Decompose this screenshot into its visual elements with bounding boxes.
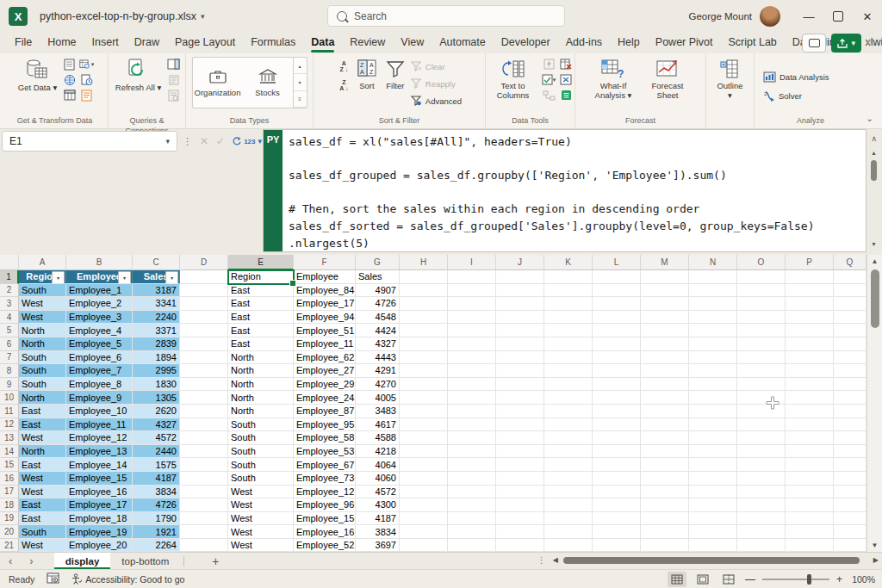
cell-P8[interactable] bbox=[786, 364, 834, 378]
column-header-M[interactable]: M bbox=[641, 255, 689, 270]
cell-J16[interactable] bbox=[496, 472, 544, 486]
cell-N8[interactable] bbox=[689, 364, 737, 378]
cell-E3[interactable]: East bbox=[228, 297, 294, 311]
cell-M20[interactable] bbox=[641, 525, 689, 539]
cell-H13[interactable] bbox=[400, 431, 448, 445]
zoom-slider-thumb[interactable] bbox=[807, 574, 811, 585]
cell-M12[interactable] bbox=[641, 418, 689, 432]
cell-F9[interactable]: Employee_29 bbox=[294, 378, 356, 392]
cell-N7[interactable] bbox=[689, 351, 737, 365]
cell-E20[interactable]: West bbox=[228, 525, 294, 539]
cell-J2[interactable] bbox=[496, 284, 544, 298]
scroll-thumb[interactable] bbox=[563, 557, 860, 564]
row-header-13[interactable]: 13 bbox=[0, 431, 19, 445]
cell-N4[interactable] bbox=[689, 311, 737, 325]
sheet-tab-display[interactable]: display bbox=[54, 553, 111, 570]
zoom-in-button[interactable]: + bbox=[836, 573, 842, 585]
cell-I18[interactable] bbox=[448, 498, 496, 512]
row-header-20[interactable]: 20 bbox=[0, 525, 19, 539]
flash-fill-icon[interactable] bbox=[542, 58, 556, 71]
cell-B15[interactable]: Employee_14 bbox=[66, 458, 133, 472]
column-header-C[interactable]: C bbox=[133, 255, 180, 270]
recent-sources-icon[interactable] bbox=[79, 73, 94, 86]
cell-D4[interactable] bbox=[180, 311, 228, 325]
cell-H18[interactable] bbox=[400, 498, 448, 512]
cell-Q3[interactable] bbox=[834, 297, 866, 311]
from-picture-icon[interactable]: ▾ bbox=[79, 58, 94, 71]
cell-O2[interactable] bbox=[737, 284, 786, 298]
cell-O7[interactable] bbox=[737, 351, 786, 365]
cell-Q17[interactable] bbox=[834, 486, 866, 499]
tab-help[interactable]: Help bbox=[610, 34, 648, 53]
cell-Q18[interactable] bbox=[834, 498, 866, 512]
cell-Q6[interactable] bbox=[834, 337, 866, 351]
cell-O14[interactable] bbox=[737, 445, 786, 459]
cell-D2[interactable] bbox=[180, 284, 228, 298]
cell-H4[interactable] bbox=[400, 311, 448, 325]
cell-L16[interactable] bbox=[593, 472, 641, 486]
cell-I6[interactable] bbox=[448, 337, 496, 351]
cell-C7[interactable]: 1894 bbox=[133, 351, 180, 365]
row-header-15[interactable]: 15 bbox=[0, 458, 19, 472]
tab-script-lab[interactable]: Script Lab bbox=[721, 34, 785, 53]
share-button[interactable]: ▾ bbox=[831, 34, 861, 53]
column-header-N[interactable]: N bbox=[689, 255, 737, 270]
tab-power-pivot[interactable]: Power Pivot bbox=[648, 34, 721, 53]
clear-filter-button[interactable]: Clear bbox=[411, 59, 462, 73]
cell-L1[interactable] bbox=[593, 270, 641, 284]
cell-H19[interactable] bbox=[400, 512, 448, 526]
column-header-K[interactable]: K bbox=[544, 255, 593, 270]
cell-O5[interactable] bbox=[737, 324, 786, 337]
cell-H17[interactable] bbox=[400, 486, 448, 499]
cell-P20[interactable] bbox=[786, 525, 834, 539]
cell-F13[interactable]: Employee_58 bbox=[294, 431, 356, 445]
gallery-up-button[interactable]: ▴ bbox=[294, 58, 307, 74]
cell-C5[interactable]: 3371 bbox=[133, 324, 180, 337]
cell-H1[interactable] bbox=[400, 270, 448, 284]
cell-I13[interactable] bbox=[448, 431, 496, 445]
cell-Q10[interactable] bbox=[834, 391, 866, 405]
cell-I9[interactable] bbox=[448, 378, 496, 392]
cell-N20[interactable] bbox=[689, 525, 737, 539]
cell-E21[interactable]: West bbox=[228, 539, 294, 552]
tab-file[interactable]: File bbox=[7, 34, 40, 53]
cell-B21[interactable]: Employee_20 bbox=[66, 539, 133, 552]
cell-L10[interactable] bbox=[593, 391, 641, 405]
cell-F16[interactable]: Employee_73 bbox=[294, 472, 356, 486]
cell-M2[interactable] bbox=[641, 284, 689, 298]
cell-M18[interactable] bbox=[641, 498, 689, 512]
cell-D12[interactable] bbox=[180, 418, 228, 432]
cell-E16[interactable]: South bbox=[228, 472, 294, 486]
cell-D19[interactable] bbox=[180, 512, 228, 526]
row-header-11[interactable]: 11 bbox=[0, 405, 19, 418]
cell-G10[interactable]: 4005 bbox=[356, 391, 400, 405]
cell-G5[interactable]: 4424 bbox=[356, 324, 400, 337]
cell-K6[interactable] bbox=[544, 337, 593, 351]
tab-view[interactable]: View bbox=[393, 34, 432, 53]
row-header-18[interactable]: 18 bbox=[0, 498, 19, 512]
scroll-thumb[interactable] bbox=[871, 160, 877, 181]
cell-L13[interactable] bbox=[593, 431, 641, 445]
sort-za-button[interactable]: ZA ↓ bbox=[337, 78, 351, 91]
cell-A12[interactable]: East bbox=[19, 418, 66, 432]
cell-O12[interactable] bbox=[737, 418, 786, 432]
cell-D10[interactable] bbox=[180, 391, 228, 405]
cell-Q16[interactable] bbox=[834, 472, 866, 486]
cell-Q9[interactable] bbox=[834, 378, 866, 392]
cell-I5[interactable] bbox=[448, 324, 496, 337]
data-analysis-button[interactable]: Data Analysis bbox=[763, 70, 829, 84]
cell-P9[interactable] bbox=[786, 378, 834, 392]
tab-formulas[interactable]: Formulas bbox=[243, 34, 303, 53]
cell-A13[interactable]: West bbox=[19, 431, 66, 445]
cell-O10[interactable] bbox=[737, 391, 786, 405]
cell-E5[interactable]: East bbox=[228, 324, 294, 337]
cell-K4[interactable] bbox=[544, 311, 593, 325]
cell-N9[interactable] bbox=[689, 378, 737, 392]
row-header-7[interactable]: 7 bbox=[0, 351, 19, 365]
cell-N1[interactable] bbox=[689, 270, 737, 284]
cell-B7[interactable]: Employee_6 bbox=[66, 351, 133, 365]
cell-J13[interactable] bbox=[496, 431, 544, 445]
cell-E18[interactable]: West bbox=[228, 498, 294, 512]
cell-B18[interactable]: Employee_17 bbox=[66, 498, 133, 512]
cell-E19[interactable]: West bbox=[228, 512, 294, 526]
